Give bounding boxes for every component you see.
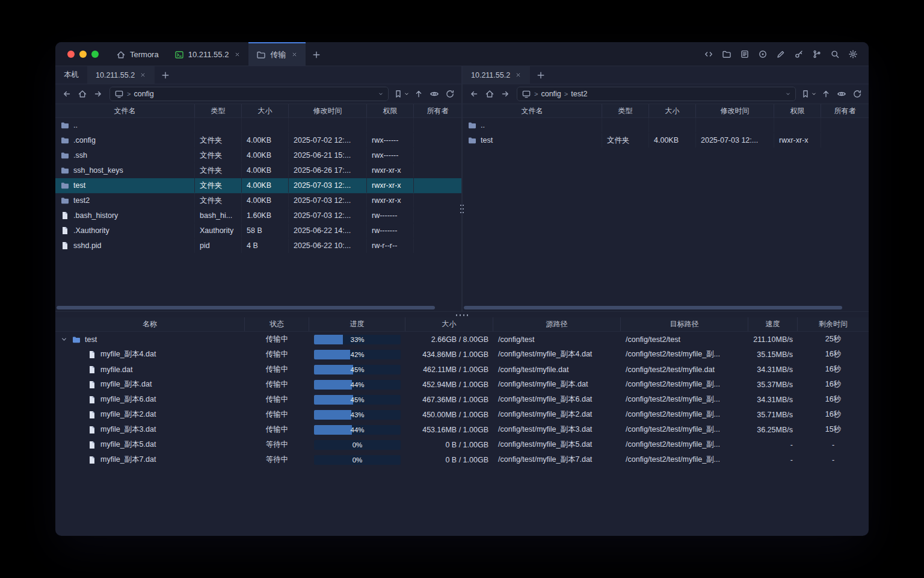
path-segment[interactable]: config: [541, 90, 561, 98]
chevron-down-icon[interactable]: [60, 335, 68, 343]
back-button[interactable]: [60, 87, 73, 101]
column-header[interactable]: 文件名: [463, 104, 602, 117]
maximize-window-button[interactable]: [91, 51, 99, 58]
home-button[interactable]: [76, 87, 89, 101]
search-button[interactable]: [828, 47, 842, 61]
app-tab-home[interactable]: Termora: [108, 42, 167, 66]
transfer-row[interactable]: myfile.dat传输中45%462.11MB / 1.00GB/config…: [55, 362, 869, 377]
folder-button[interactable]: [719, 47, 734, 61]
transfer-row[interactable]: myfile_副本.dat传输中44%452.94MB / 1.00GB/con…: [55, 377, 869, 392]
transfer-column-header[interactable]: 大小: [405, 317, 493, 331]
transfer-row[interactable]: myfile_副本6.dat传输中45%467.36MB / 1.00GB/co…: [55, 392, 869, 407]
column-header[interactable]: 类型: [195, 104, 242, 117]
chevron-down-icon[interactable]: [811, 89, 817, 99]
file-row[interactable]: test文件夹4.00KB2025-07-03 12:...rwxr-xr-x: [463, 133, 869, 148]
add-app-tab-button[interactable]: [306, 42, 327, 66]
record-button[interactable]: [756, 47, 770, 61]
key-button[interactable]: [792, 47, 806, 61]
log-button[interactable]: [738, 47, 752, 61]
close-icon[interactable]: [291, 51, 298, 58]
chevron-down-icon[interactable]: [404, 89, 410, 99]
transfer-eta-cell: 25秒: [798, 334, 869, 344]
transfer-row[interactable]: myfile_副本7.dat等待中0%0 B / 1.00GB/config/t…: [55, 452, 869, 467]
file-row[interactable]: .ssh文件夹4.00KB2025-06-21 15:...rwx------: [55, 148, 461, 163]
transfer-row[interactable]: myfile_副本5.dat等待中0%0 B / 1.00GB/config/t…: [55, 437, 869, 452]
file-row[interactable]: sshd.pidpid4 B2025-06-22 10:...rw-r--r--: [55, 238, 461, 253]
file-row[interactable]: ssh_host_keys文件夹4.00KB2025-06-26 17:...r…: [55, 163, 461, 178]
minimize-window-button[interactable]: [79, 51, 87, 58]
transfer-column-header[interactable]: 剩余时间: [798, 317, 869, 331]
home-button[interactable]: [483, 87, 496, 101]
app-tab-transfer[interactable]: 传输: [248, 42, 306, 66]
app-tab-session[interactable]: 10.211.55.2: [167, 42, 249, 66]
transfer-row[interactable]: test传输中33%2.66GB / 8.00GB/config/test/co…: [55, 332, 869, 347]
edit-button[interactable]: [774, 47, 788, 61]
file-row[interactable]: ..: [463, 118, 869, 133]
back-button[interactable]: [467, 87, 481, 101]
transfer-column-header[interactable]: 目标路径: [621, 317, 748, 331]
horizontal-scrollbar[interactable]: [464, 305, 866, 310]
bookmark-button[interactable]: [801, 89, 817, 99]
horizontal-splitter[interactable]: [55, 311, 869, 317]
column-header[interactable]: 文件名: [55, 104, 195, 117]
refresh-button[interactable]: [851, 87, 864, 101]
show-hidden-button[interactable]: [428, 87, 441, 101]
add-file-tab-button[interactable]: [530, 66, 552, 84]
file-row[interactable]: ..: [55, 118, 461, 133]
transfer-column-header[interactable]: 状态: [245, 317, 309, 331]
transfer-row[interactable]: myfile_副本3.dat传输中44%453.16MB / 1.00GB/co…: [55, 422, 869, 437]
close-icon[interactable]: [515, 72, 522, 78]
chevron-down-icon[interactable]: [785, 91, 791, 97]
column-header[interactable]: 所有者: [821, 104, 869, 117]
transfer-column-header[interactable]: 进度: [309, 317, 405, 331]
column-header[interactable]: 权限: [774, 104, 821, 117]
forward-button[interactable]: [499, 87, 512, 101]
file-row[interactable]: test2文件夹4.00KB2025-07-03 12:...rwxr-xr-x: [55, 193, 461, 208]
file-tab-0[interactable]: 本机: [55, 66, 87, 84]
forward-button[interactable]: [91, 87, 105, 101]
column-header[interactable]: 大小: [649, 104, 696, 117]
transfer-row[interactable]: myfile_副本2.dat传输中43%450.00MB / 1.00GB/co…: [55, 407, 869, 422]
horizontal-scrollbar-thumb[interactable]: [464, 306, 842, 309]
chevron-down-icon[interactable]: [378, 91, 384, 97]
file-size-cell: [649, 118, 696, 132]
transfer-source-cell: /config/test/myfile_副本3.dat: [493, 424, 621, 435]
upload-button[interactable]: [412, 87, 425, 101]
column-header[interactable]: 大小: [242, 104, 289, 117]
transfer-column-header[interactable]: 名称: [55, 317, 245, 331]
horizontal-scrollbar[interactable]: [57, 305, 459, 310]
file-row[interactable]: .bash_historybash_hi...1.60KB2025-07-03 …: [55, 208, 461, 223]
refresh-button[interactable]: [443, 87, 457, 101]
transfer-column-header[interactable]: 源路径: [493, 317, 621, 331]
column-header[interactable]: 类型: [602, 104, 649, 117]
file-mtime-cell: 2025-06-22 14:...: [289, 223, 367, 238]
file-row[interactable]: .XauthorityXauthority58 B2025-06-22 14:.…: [55, 223, 461, 238]
transfer-row[interactable]: myfile_副本4.dat传输中42%434.86MB / 1.00GB/co…: [55, 347, 869, 362]
path-input[interactable]: >config: [109, 87, 389, 101]
close-window-button[interactable]: [67, 51, 75, 58]
code-button[interactable]: [701, 47, 716, 61]
horizontal-scrollbar-thumb[interactable]: [57, 306, 435, 309]
close-icon[interactable]: [234, 51, 241, 58]
file-row[interactable]: test文件夹4.00KB2025-07-03 12:...rwxr-xr-x: [55, 178, 461, 193]
path-input[interactable]: >config>test2: [517, 87, 796, 101]
column-header[interactable]: 所有者: [414, 104, 461, 117]
column-header[interactable]: 修改时间: [289, 104, 367, 117]
branch-button[interactable]: [810, 47, 824, 61]
column-header[interactable]: 权限: [367, 104, 414, 117]
column-header[interactable]: 修改时间: [696, 104, 774, 117]
transfer-column-header[interactable]: 速度: [748, 317, 798, 331]
file-tab-0[interactable]: 10.211.55.2: [463, 66, 530, 84]
path-segment[interactable]: config: [134, 90, 153, 98]
file-tab-1[interactable]: 10.211.55.2: [87, 66, 155, 84]
file-row[interactable]: .config文件夹4.00KB2025-07-02 12:...rwx----…: [55, 133, 461, 148]
bookmark-button[interactable]: [393, 89, 410, 99]
show-hidden-button[interactable]: [835, 87, 848, 101]
file-type-cell: Xauthority: [195, 223, 242, 238]
gear-button[interactable]: [846, 47, 860, 61]
upload-button[interactable]: [819, 87, 833, 101]
horizontal-splitter-grip[interactable]: [455, 314, 469, 317]
close-icon[interactable]: [140, 72, 146, 78]
add-file-tab-button[interactable]: [155, 66, 176, 84]
path-segment[interactable]: test2: [571, 90, 587, 98]
